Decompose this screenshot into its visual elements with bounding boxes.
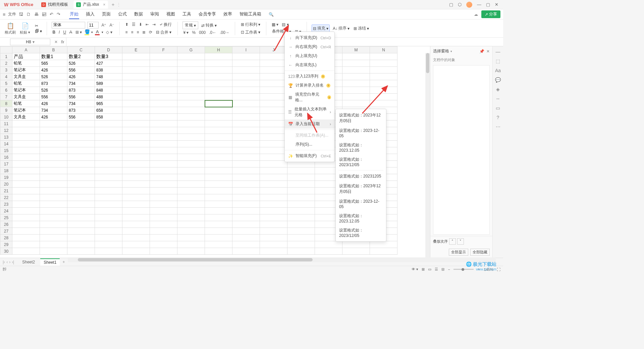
row-header[interactable]: 30 — [0, 248, 12, 255]
add-tab-button[interactable]: ＋ — [111, 2, 115, 8]
cell[interactable]: 556 — [40, 94, 67, 100]
freeze-button[interactable]: ⊞ 冻结 ▾ — [353, 25, 370, 32]
cell[interactable] — [12, 241, 40, 248]
cell[interactable] — [177, 235, 205, 241]
hamburger-icon[interactable]: ≡ — [3, 12, 5, 17]
cell[interactable] — [232, 87, 260, 94]
cell[interactable] — [67, 154, 95, 161]
share-button[interactable]: ↗ 分享 — [481, 10, 500, 18]
fill-color-button[interactable]: 🪣 — [85, 29, 89, 35]
cell[interactable] — [67, 228, 95, 235]
cell[interactable] — [150, 221, 177, 228]
cell[interactable] — [260, 87, 287, 94]
cell[interactable] — [122, 235, 150, 241]
cell[interactable] — [122, 248, 150, 255]
cell[interactable] — [177, 214, 205, 221]
cell[interactable] — [205, 67, 232, 73]
clear-format-button[interactable]: ◇ ▾ — [105, 30, 113, 35]
undo-icon[interactable]: ↶ — [50, 12, 53, 17]
row-header[interactable]: 1 — [0, 53, 12, 60]
cell[interactable] — [205, 201, 232, 208]
cell[interactable] — [122, 60, 150, 67]
cell[interactable] — [150, 147, 177, 154]
cell[interactable]: 734 — [67, 100, 95, 107]
cell[interactable] — [205, 114, 232, 120]
select-all-corner[interactable] — [0, 47, 12, 53]
cell[interactable] — [122, 147, 150, 154]
cell[interactable] — [232, 67, 260, 73]
row-header[interactable]: 8 — [0, 100, 12, 107]
cell[interactable] — [260, 241, 287, 248]
cell[interactable] — [260, 60, 287, 67]
cell[interactable] — [150, 67, 177, 73]
col-header[interactable]: N — [370, 47, 397, 53]
cell[interactable] — [370, 60, 397, 67]
cell[interactable] — [150, 208, 177, 214]
cell[interactable]: 426 — [40, 114, 67, 120]
cell[interactable] — [342, 67, 370, 73]
cell[interactable] — [205, 214, 232, 221]
menu-page[interactable]: 页面 — [101, 10, 111, 19]
maximize-button[interactable]: ▢ — [486, 2, 490, 7]
row-header[interactable]: 28 — [0, 235, 12, 241]
cell[interactable] — [205, 167, 232, 174]
row-header[interactable]: 2 — [0, 60, 12, 67]
row-header[interactable]: 25 — [0, 214, 12, 221]
cell[interactable] — [150, 53, 177, 60]
cell[interactable] — [40, 174, 67, 181]
cell[interactable] — [232, 147, 260, 154]
cell[interactable] — [342, 80, 370, 87]
cell[interactable] — [260, 120, 287, 127]
cell[interactable]: 488 — [95, 94, 122, 100]
cell[interactable] — [260, 147, 287, 154]
cell[interactable] — [370, 241, 397, 248]
cell[interactable] — [95, 134, 122, 141]
row-header[interactable]: 29 — [0, 241, 12, 248]
cell[interactable] — [177, 201, 205, 208]
cell[interactable] — [232, 134, 260, 141]
more-tool-icon[interactable]: ⋯ — [496, 124, 500, 130]
cell[interactable] — [150, 114, 177, 120]
merge-button[interactable]: ⊟ 合并 ▾ — [155, 29, 172, 36]
cell[interactable] — [122, 67, 150, 73]
decrease-font-icon[interactable]: A⁻ — [109, 22, 115, 28]
cell[interactable] — [95, 167, 122, 174]
cell[interactable]: 873 — [67, 87, 95, 94]
paste-button[interactable]: 📄粘贴 ▾ — [18, 21, 32, 36]
col-header[interactable]: D — [95, 47, 122, 53]
cell[interactable] — [122, 201, 150, 208]
font-color-button[interactable]: A — [95, 29, 100, 35]
cell[interactable] — [370, 87, 397, 94]
cell[interactable] — [95, 147, 122, 154]
cell[interactable]: 铅笔 — [12, 60, 40, 67]
cell[interactable] — [177, 120, 205, 127]
cell[interactable] — [232, 235, 260, 241]
cell[interactable] — [370, 100, 397, 107]
cell[interactable] — [95, 120, 122, 127]
menu-insert[interactable]: 插入 — [85, 10, 95, 19]
hide-all-button[interactable]: 全部隐藏 — [470, 249, 490, 256]
align-bottom-icon[interactable]: ⬇ — [138, 22, 143, 27]
convert-button[interactable]: ⇄ 转换 ▾ — [200, 22, 218, 29]
move-up-button[interactable]: ˄ — [449, 238, 456, 245]
cell[interactable] — [150, 248, 177, 255]
cell[interactable] — [150, 134, 177, 141]
reader-view-icon[interactable]: ☰ — [435, 267, 438, 271]
cell[interactable] — [67, 208, 95, 214]
fill-button[interactable]: ⊟ 填充 ▾ — [312, 24, 330, 32]
cell[interactable] — [260, 167, 287, 174]
cell[interactable] — [12, 147, 40, 154]
cell[interactable] — [342, 100, 370, 107]
cell[interactable] — [122, 134, 150, 141]
cell[interactable] — [40, 235, 67, 241]
cell[interactable] — [260, 73, 287, 80]
close-button[interactable]: ✕ — [495, 2, 498, 7]
cell[interactable] — [205, 127, 232, 134]
cell[interactable] — [12, 235, 40, 241]
cell[interactable] — [40, 201, 67, 208]
cell[interactable]: 873 — [67, 107, 95, 114]
cell[interactable] — [370, 248, 397, 255]
cell[interactable] — [342, 60, 370, 67]
cell[interactable] — [232, 214, 260, 221]
cell[interactable]: 658 — [95, 107, 122, 114]
